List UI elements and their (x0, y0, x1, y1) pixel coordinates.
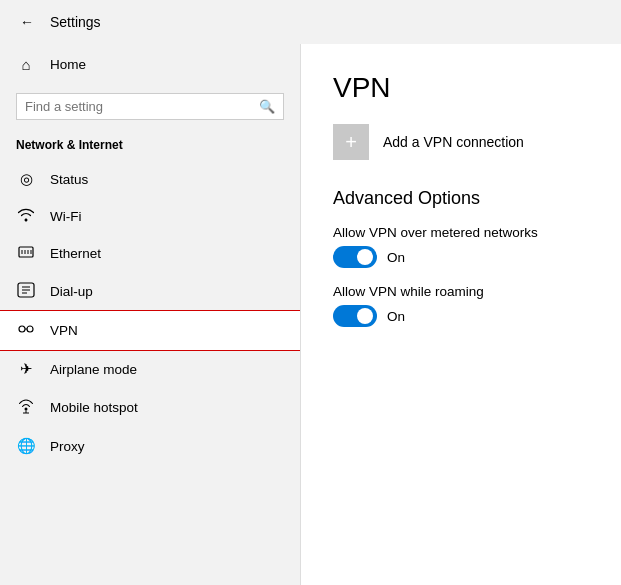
toggle-metered-thumb (357, 249, 373, 265)
toggle-roaming-thumb (357, 308, 373, 324)
sidebar-item-vpn[interactable]: VPN (0, 311, 300, 350)
svg-point-12 (25, 408, 28, 411)
back-button[interactable]: ← (16, 10, 38, 34)
title-bar: ← Settings (0, 0, 621, 44)
sidebar-item-status[interactable]: ◎ Status (0, 160, 300, 198)
option-roaming-toggle-row: On (333, 305, 589, 327)
main-container: ⌂ Home 🔍 Network & Internet ◎ Status (0, 44, 621, 585)
sidebar-item-home[interactable]: ⌂ Home (0, 44, 300, 85)
search-input[interactable] (25, 99, 259, 114)
option-metered-row: Allow VPN over metered networks On (333, 225, 589, 268)
svg-point-10 (27, 326, 33, 332)
advanced-options-heading: Advanced Options (333, 188, 589, 209)
search-box: 🔍 (16, 93, 284, 120)
option-metered-toggle-row: On (333, 246, 589, 268)
sidebar-item-ethernet-label: Ethernet (50, 246, 101, 261)
ethernet-icon (16, 245, 36, 262)
add-vpn-button[interactable]: + Add a VPN connection (333, 124, 589, 160)
sidebar-item-ethernet[interactable]: Ethernet (0, 235, 300, 272)
sidebar-item-wifi[interactable]: Wi-Fi (0, 198, 300, 235)
search-container: 🔍 (0, 85, 300, 132)
hotspot-icon (16, 398, 36, 417)
wifi-icon (16, 208, 36, 225)
toggle-metered[interactable] (333, 246, 377, 268)
option-roaming-row: Allow VPN while roaming On (333, 284, 589, 327)
sidebar-item-wifi-label: Wi-Fi (50, 209, 81, 224)
sidebar-item-hotspot-label: Mobile hotspot (50, 400, 138, 415)
svg-point-9 (19, 326, 25, 332)
sidebar-item-proxy[interactable]: 🌐 Proxy (0, 427, 300, 465)
toggle-roaming-text: On (387, 309, 405, 324)
airplane-icon: ✈ (16, 360, 36, 378)
search-icon: 🔍 (259, 99, 275, 114)
option-roaming-label: Allow VPN while roaming (333, 284, 589, 299)
add-vpn-icon: + (333, 124, 369, 160)
toggle-roaming[interactable] (333, 305, 377, 327)
content-title: VPN (333, 72, 589, 104)
vpn-icon (16, 321, 36, 340)
sidebar-item-dialup[interactable]: Dial-up (0, 272, 300, 311)
plus-icon: + (345, 131, 357, 154)
sidebar-item-status-label: Status (50, 172, 88, 187)
sidebar-item-airplane[interactable]: ✈ Airplane mode (0, 350, 300, 388)
option-metered-label: Allow VPN over metered networks (333, 225, 589, 240)
sidebar: ⌂ Home 🔍 Network & Internet ◎ Status (0, 44, 300, 585)
sidebar-item-vpn-label: VPN (50, 323, 78, 338)
dialup-icon (16, 282, 36, 301)
sidebar-item-airplane-label: Airplane mode (50, 362, 137, 377)
sidebar-item-hotspot[interactable]: Mobile hotspot (0, 388, 300, 427)
status-icon: ◎ (16, 170, 36, 188)
add-vpn-label: Add a VPN connection (383, 134, 524, 150)
title-bar-title: Settings (50, 14, 101, 30)
section-label: Network & Internet (0, 132, 300, 160)
proxy-icon: 🌐 (16, 437, 36, 455)
home-icon: ⌂ (16, 56, 36, 73)
content-area: VPN + Add a VPN connection Advanced Opti… (301, 44, 621, 585)
sidebar-item-dialup-label: Dial-up (50, 284, 93, 299)
sidebar-item-proxy-label: Proxy (50, 439, 85, 454)
home-label: Home (50, 57, 86, 72)
toggle-metered-text: On (387, 250, 405, 265)
